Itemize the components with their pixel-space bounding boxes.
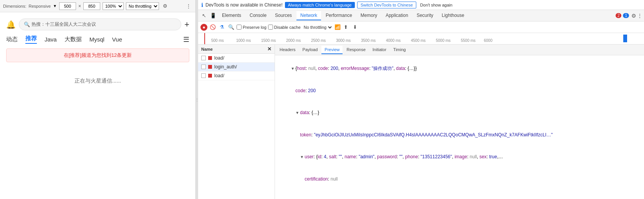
info-icon: ℹ xyxy=(201,2,203,8)
add-button[interactable]: + xyxy=(184,20,189,30)
tab-java[interactable]: Java xyxy=(45,36,57,43)
devtools-notification-bar: ℹ DevTools is now available in Chinese! … xyxy=(198,0,644,10)
search-icon: 🔍 xyxy=(24,22,30,27)
details-tab-response[interactable]: Response xyxy=(343,46,369,54)
devtools-more-icon[interactable]: ⋮ xyxy=(637,13,642,19)
tab-application[interactable]: Application xyxy=(382,11,412,20)
list-item[interactable]: load/ xyxy=(198,71,275,80)
error-badge: 2 xyxy=(616,13,622,18)
devtools-tab-bar: ↖ 📱 Elements Console Sources Network Per… xyxy=(198,10,644,22)
zoom-select[interactable]: 100% 75% 50% xyxy=(103,2,124,10)
details-tab-payload[interactable]: Payload xyxy=(300,46,321,54)
record-button[interactable]: ● xyxy=(200,24,207,31)
tick-6000: 6000 xyxy=(484,38,492,43)
bell-icon[interactable]: 🔔 xyxy=(6,20,16,29)
item-error-indicator xyxy=(208,65,212,69)
devtools-main-content: Name ✕ load/ login_auth/ load/ Hea xyxy=(198,45,644,199)
json-line: createdTime: "2020-03-30T08:36:32.000+00… xyxy=(278,190,641,199)
tick-5500ms: 5500 ms xyxy=(461,38,475,43)
item-checkbox[interactable] xyxy=(201,56,206,60)
filter-icon[interactable]: ⚗ xyxy=(218,23,226,31)
switch-language-button[interactable]: Switch DevTools to Chinese xyxy=(357,2,416,8)
tab-lighthouse[interactable]: Lighthouse xyxy=(438,11,468,20)
json-line: code: 200 xyxy=(278,80,641,102)
tab-console[interactable]: Console xyxy=(246,11,270,20)
devtools-device-icon[interactable]: 📱 xyxy=(209,12,217,20)
item-name: load/ xyxy=(214,55,224,61)
mobile-view: 🔔 🔍 热搜：十三届全国人大二次会议 + 动态 推荐 Java 大数据 Mysq… xyxy=(0,12,195,199)
tab-memory[interactable]: Memory xyxy=(357,11,381,20)
more-options-icon[interactable]: ⋮ xyxy=(185,2,192,10)
devtools-settings-icon[interactable]: ⚙ xyxy=(631,13,636,19)
height-input[interactable] xyxy=(83,2,100,10)
search-icon[interactable]: 🔍 xyxy=(227,23,235,31)
json-line: token: "eyJhbGciOiJIUzUxMiIsInppcCI6Ikda… xyxy=(278,124,641,146)
update-banner-text: 在[推荐]频道为您找到12条更新 xyxy=(64,52,132,58)
name-panel-header: Name ✕ xyxy=(198,45,275,54)
tab-vue[interactable]: Vue xyxy=(112,36,122,43)
settings-icon[interactable]: ⚙ xyxy=(161,2,169,10)
details-tab-timing[interactable]: Timing xyxy=(390,46,409,54)
details-tab-initiator[interactable]: Initiator xyxy=(369,46,389,54)
preview-content: ▼{host: null, code: 200, errorMessage: "… xyxy=(275,55,644,199)
name-panel-close[interactable]: ✕ xyxy=(267,46,272,52)
devtools-panel: ℹ DevTools is now available in Chinese! … xyxy=(198,0,644,199)
dim-x-separator: × xyxy=(78,3,81,9)
json-line: ▼{host: null, code: 200, errorMessage: "… xyxy=(278,58,641,80)
item-checkbox[interactable] xyxy=(201,65,206,69)
tick-1000ms: 1000 ms xyxy=(236,38,251,43)
update-banner: 在[推荐]频道为您找到12条更新 xyxy=(6,48,189,62)
tab-elements[interactable]: Elements xyxy=(218,11,245,20)
clear-button[interactable]: 🚫 xyxy=(209,23,217,31)
match-language-button[interactable]: Always match Chrome's language xyxy=(285,2,355,8)
tick-3500ms: 3500 ms xyxy=(361,38,376,43)
upload-icon[interactable]: ⬆ xyxy=(342,23,350,31)
responsive-label: Responsive xyxy=(29,4,51,8)
details-tab-headers[interactable]: Headers xyxy=(276,46,299,54)
tick-500ms: 500 ms xyxy=(211,38,224,43)
mobile-header: 🔔 🔍 热搜：十三届全国人大二次会议 + xyxy=(6,18,189,30)
list-item[interactable]: load/ xyxy=(198,54,275,63)
timeline-red-line xyxy=(204,33,205,44)
tick-4000ms: 4000 ms xyxy=(386,38,401,43)
tab-performance[interactable]: Performance xyxy=(322,11,356,20)
device-toolbar: Dimensions: Responsive ▼ × 100% 75% 50% … xyxy=(0,0,195,12)
throttle-dropdown[interactable]: No throttling Fast 3G xyxy=(302,25,333,30)
preserve-log-label[interactable]: Preserve log xyxy=(237,25,267,30)
tab-tuijian[interactable]: 推荐 xyxy=(25,35,37,44)
details-panel: Headers Payload Preview Response Initiat… xyxy=(275,45,644,199)
preserve-log-checkbox[interactable] xyxy=(237,25,242,30)
tick-4500ms: 4500 ms xyxy=(411,38,425,43)
tab-badges: 2 1 xyxy=(616,13,629,18)
disable-cache-checkbox[interactable] xyxy=(268,25,273,30)
devtools-cursor-icon[interactable]: ↖ xyxy=(200,12,208,20)
json-line: certification: null xyxy=(278,168,641,191)
search-bar[interactable]: 🔍 热搜：十三届全国人大二次会议 xyxy=(19,18,181,30)
search-hot-text: 热搜：十三届全国人大二次会议 xyxy=(31,21,96,28)
details-tab-preview[interactable]: Preview xyxy=(321,46,343,54)
dismiss-button[interactable]: Don't show again xyxy=(420,3,452,7)
list-item[interactable]: login_auth/ xyxy=(198,63,275,71)
details-tab-bar: Headers Payload Preview Response Initiat… xyxy=(275,45,644,55)
tab-security[interactable]: Security xyxy=(413,11,437,20)
item-name: load/ xyxy=(214,73,224,78)
nav-tabs: 动态 推荐 Java 大数据 Mysql Vue ☰ xyxy=(6,35,189,44)
responsive-dropdown-icon[interactable]: ▼ xyxy=(53,4,57,8)
preserve-log-text: Preserve log xyxy=(243,25,267,30)
disable-cache-label[interactable]: Disable cache xyxy=(268,25,301,30)
throttle-select[interactable]: No throttling Fast 3G Slow 3G xyxy=(126,2,159,10)
width-input[interactable] xyxy=(59,2,76,10)
item-checkbox[interactable] xyxy=(201,73,206,78)
notif-text: DevTools is now available in Chinese! xyxy=(205,2,283,8)
timeline-blue-block xyxy=(623,35,627,42)
tab-sources[interactable]: Sources xyxy=(271,11,296,20)
network-toolbar: ● 🚫 ⚗ 🔍 Preserve log Disable cache No th… xyxy=(198,22,644,33)
tab-network[interactable]: Network xyxy=(296,11,321,20)
item-name: login_auth/ xyxy=(214,64,237,70)
disable-cache-text: Disable cache xyxy=(274,25,301,30)
hamburger-icon[interactable]: ☰ xyxy=(183,35,189,44)
tab-mysql[interactable]: Mysql xyxy=(89,36,104,43)
download-icon[interactable]: ⬇ xyxy=(351,23,359,31)
tab-dongtai[interactable]: 动态 xyxy=(6,36,18,43)
tab-dashuju[interactable]: 大数据 xyxy=(65,36,82,43)
